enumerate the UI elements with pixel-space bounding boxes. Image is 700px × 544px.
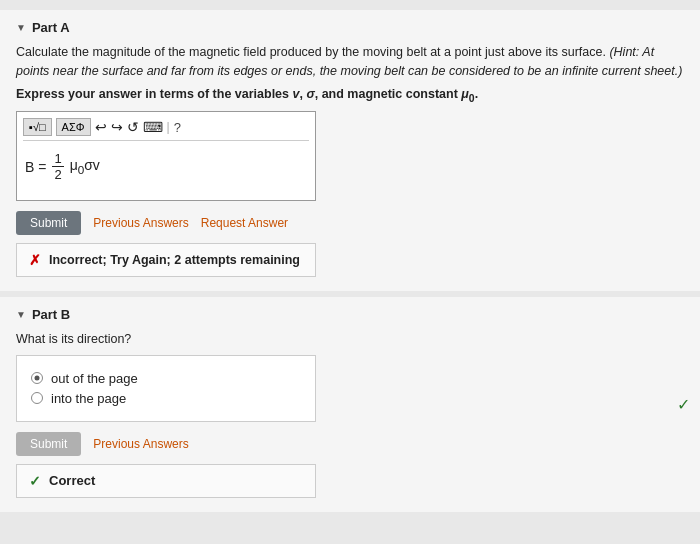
part-b-submit-button: Submit	[16, 432, 81, 456]
part-a-submit-row: Submit Previous Answers Request Answer	[16, 211, 684, 235]
part-a-previous-answers[interactable]: Previous Answers	[93, 216, 188, 230]
checkmark-icon: ✓	[29, 473, 41, 489]
fraction: 1 2	[52, 151, 63, 182]
redo-icon[interactable]: ↪	[111, 119, 123, 135]
part-b-label: Part B	[32, 307, 70, 322]
option-into-page[interactable]: into the page	[31, 391, 301, 406]
sqrt-icon: ▪√□	[29, 121, 46, 133]
right-checkmark-icon: ✓	[677, 395, 690, 414]
correct-message-box: ✓ Correct	[16, 464, 316, 498]
option-out-label: out of the page	[51, 371, 138, 386]
ase-button[interactable]: ΑΣΦ	[56, 118, 91, 136]
sqrt-button[interactable]: ▪√□	[23, 118, 52, 136]
help-icon[interactable]: ?	[174, 120, 181, 135]
part-b-submit-row: Submit Previous Answers	[16, 432, 684, 456]
part-b-question: What is its direction?	[16, 330, 684, 349]
undo-icon[interactable]: ↩	[95, 119, 107, 135]
equation-rhs: μ0σv	[70, 157, 100, 176]
option-out-of-page[interactable]: out of the page	[31, 371, 301, 386]
option-into-label: into the page	[51, 391, 126, 406]
correct-text: Correct	[49, 473, 95, 488]
fraction-numerator: 1	[52, 151, 63, 167]
fraction-denominator: 2	[52, 167, 63, 182]
keyboard-icon[interactable]: ⌨	[143, 119, 163, 135]
incorrect-message-box: ✗ Incorrect; Try Again; 2 attempts remai…	[16, 243, 316, 277]
x-icon: ✗	[29, 252, 41, 268]
radio-out-of-page[interactable]	[31, 372, 43, 384]
express-instruction: Express your answer in terms of the vari…	[16, 87, 684, 104]
direction-options-box: out of the page into the page	[16, 355, 316, 422]
toolbar-separator: |	[167, 120, 170, 134]
equation-lhs: B =	[25, 159, 46, 175]
equation-display: B = 1 2 μ0σv	[23, 147, 309, 186]
collapse-arrow-b[interactable]: ▼	[16, 309, 26, 320]
radio-into-page[interactable]	[31, 392, 43, 404]
equation-toolbar: ▪√□ ΑΣΦ ↩ ↪ ↺ ⌨ | ?	[23, 118, 309, 141]
incorrect-text: Incorrect; Try Again; 2 attempts remaini…	[49, 253, 300, 267]
refresh-icon[interactable]: ↺	[127, 119, 139, 135]
part-a-label: Part A	[32, 20, 70, 35]
equation-input-box[interactable]: ▪√□ ΑΣΦ ↩ ↪ ↺ ⌨ | ? B = 1 2 μ0σv	[16, 111, 316, 201]
part-a-request-answer[interactable]: Request Answer	[201, 216, 288, 230]
part-a-submit-button[interactable]: Submit	[16, 211, 81, 235]
part-a-question: Calculate the magnitude of the magnetic …	[16, 43, 684, 81]
ase-label: ΑΣΦ	[62, 121, 85, 133]
collapse-arrow-a[interactable]: ▼	[16, 22, 26, 33]
part-b-previous-answers[interactable]: Previous Answers	[93, 437, 188, 451]
